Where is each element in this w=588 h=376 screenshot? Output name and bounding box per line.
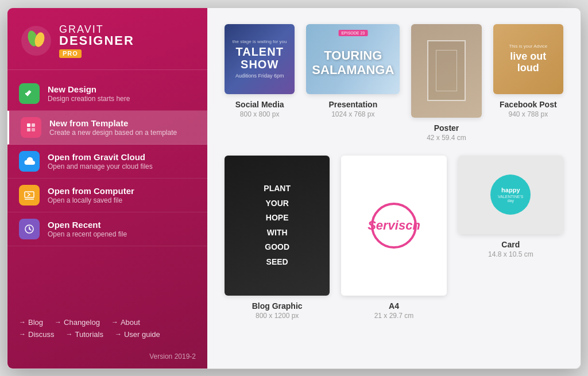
card-val: VALENTINE'S day bbox=[495, 195, 526, 203]
link-changelog[interactable]: → Changelog bbox=[55, 318, 100, 327]
poster-size: 42 x 59.4 cm bbox=[427, 134, 466, 142]
cloud-text: Open from Gravit Cloud Open and manage y… bbox=[48, 152, 153, 170]
footer-row-2: → Discuss → Tutorials → User guide bbox=[19, 330, 196, 339]
poster-thumb-bg bbox=[411, 24, 481, 118]
logo-gravit: GRAVIT bbox=[59, 24, 134, 34]
template-social-media[interactable]: the stage is waiting for you TALENTSHOW … bbox=[225, 24, 295, 142]
computer-text: Open from Computer Open a locally saved … bbox=[48, 186, 134, 204]
menu-items: New Design Design creation starts here N… bbox=[7, 75, 207, 309]
template-subtitle: Create a new design based on a template bbox=[49, 129, 177, 137]
link-about[interactable]: → About bbox=[111, 318, 140, 327]
link-userguide-label: User guide bbox=[124, 330, 160, 339]
svg-rect-4 bbox=[32, 123, 35, 127]
facebook-size: 940 x 788 px bbox=[508, 110, 548, 118]
templates-row1: the stage is waiting for you TALENTSHOW … bbox=[225, 24, 563, 142]
arrow-icon-discuss: → bbox=[19, 330, 26, 338]
poster-inner bbox=[427, 40, 466, 101]
link-changelog-label: Changelog bbox=[64, 318, 100, 327]
poster-label: Poster bbox=[434, 123, 459, 133]
template-blog-thumb: PLANT YOUR HOPE WITH GOOD SEED bbox=[225, 156, 330, 296]
template-title: New from Template bbox=[49, 118, 177, 128]
svg-rect-5 bbox=[27, 128, 30, 131]
menu-item-new-template[interactable]: New from Template Create a new design ba… bbox=[7, 111, 207, 145]
social-tagline: the stage is waiting for you bbox=[233, 39, 287, 44]
blog-label: Blog Graphic bbox=[252, 301, 303, 311]
fb-thumb-bg: This is your Advice live outloud bbox=[493, 24, 563, 94]
blog-line1: PLANT bbox=[264, 183, 291, 195]
a4-circle: Servisch bbox=[371, 203, 417, 249]
template-presentation-thumb: EPISODE 23 TOURINGSALAMANGA bbox=[306, 24, 400, 94]
a4-thumb-bg: Servisch bbox=[341, 156, 446, 296]
arrow-icon-changelog: → bbox=[55, 318, 61, 326]
menu-item-new-design[interactable]: New Design Design creation starts here bbox=[7, 77, 207, 111]
social-title: TALENTSHOW bbox=[235, 45, 283, 71]
computer-title: Open from Computer bbox=[48, 186, 134, 196]
template-card-thumb: happy VALENTINE'S day bbox=[458, 156, 563, 234]
cloud-title: Open from Gravit Cloud bbox=[48, 152, 153, 162]
logo-pro-badge: PRO bbox=[59, 49, 82, 58]
template-a4[interactable]: Servisch A4 21 x 29.7 cm bbox=[341, 156, 446, 320]
social-thumb-bg: the stage is waiting for you TALENTSHOW … bbox=[225, 24, 295, 94]
social-media-size: 800 x 800 px bbox=[240, 110, 280, 118]
footer-links: → Blog → Changelog → About → Discuss bbox=[7, 309, 207, 348]
pres-title: TOURINGSALAMANGA bbox=[312, 49, 394, 76]
arrow-icon-tutorials: → bbox=[66, 330, 73, 338]
facebook-label: Facebook Post bbox=[500, 100, 557, 109]
social-media-label: Social Media bbox=[235, 100, 284, 109]
logo-designer: DESIGNER bbox=[59, 34, 134, 47]
link-discuss[interactable]: → Discuss bbox=[19, 330, 55, 339]
cloud-icon bbox=[19, 151, 40, 172]
a4-label: A4 bbox=[389, 301, 399, 311]
blog-line6: SEED bbox=[266, 257, 288, 268]
poster-inner2 bbox=[436, 50, 458, 91]
template-facebook-thumb: This is your Advice live outloud bbox=[493, 24, 563, 94]
blog-line4: WITH bbox=[267, 227, 288, 239]
link-blog-label: Blog bbox=[28, 318, 43, 327]
link-about-label: About bbox=[121, 318, 140, 327]
link-tutorials-label: Tutorials bbox=[75, 330, 103, 339]
cloud-subtitle: Open and manage your cloud files bbox=[48, 162, 153, 170]
new-design-subtitle: Design creation starts here bbox=[48, 95, 130, 103]
fb-small-text: This is your Advice bbox=[509, 44, 547, 49]
a4-text: Servisch bbox=[368, 218, 420, 233]
new-design-title: New Design bbox=[48, 84, 130, 94]
arrow-icon-userguide: → bbox=[115, 330, 122, 338]
template-presentation[interactable]: EPISODE 23 TOURINGSALAMANGA Presentation… bbox=[306, 24, 400, 142]
new-design-icon bbox=[19, 83, 40, 104]
menu-item-open-cloud[interactable]: Open from Gravit Cloud Open and manage y… bbox=[7, 145, 207, 179]
logo-area: GRAVIT DESIGNER PRO bbox=[7, 8, 207, 70]
template-a4-thumb: Servisch bbox=[341, 156, 446, 296]
blog-thumb-bg: PLANT YOUR HOPE WITH GOOD SEED bbox=[225, 156, 330, 296]
menu-item-open-recent[interactable]: Open Recent Open a recent opened file bbox=[7, 212, 207, 246]
fb-big-text: live outloud bbox=[510, 51, 546, 74]
template-social-media-thumb: the stage is waiting for you TALENTSHOW … bbox=[225, 24, 295, 94]
logo-text: GRAVIT DESIGNER PRO bbox=[59, 24, 134, 58]
template-poster[interactable]: Poster 42 x 59.4 cm bbox=[411, 24, 481, 142]
social-date: Auditions Friday 6pm bbox=[235, 73, 284, 79]
link-tutorials[interactable]: → Tutorials bbox=[66, 330, 103, 339]
template-text: New from Template Create a new design ba… bbox=[49, 118, 177, 137]
link-discuss-label: Discuss bbox=[28, 330, 55, 339]
card-circle: happy VALENTINE'S day bbox=[490, 175, 531, 215]
menu-item-open-computer[interactable]: Open from Computer Open a locally saved … bbox=[7, 179, 207, 212]
template-card[interactable]: happy VALENTINE'S day Card 14.8 x 10.5 c… bbox=[458, 156, 563, 320]
recent-text: Open Recent Open a recent opened file bbox=[48, 220, 127, 238]
svg-rect-3 bbox=[27, 123, 30, 127]
main-content: the stage is waiting for you TALENTSHOW … bbox=[207, 8, 581, 369]
card-size: 14.8 x 10.5 cm bbox=[488, 250, 533, 258]
sidebar: GRAVIT DESIGNER PRO New Design Design c bbox=[7, 8, 207, 369]
template-icon bbox=[21, 117, 41, 138]
recent-title: Open Recent bbox=[48, 220, 127, 230]
blog-line5: GOOD bbox=[265, 242, 289, 253]
presentation-label: Presentation bbox=[328, 100, 377, 109]
card-label: Card bbox=[501, 240, 520, 249]
template-blog[interactable]: PLANT YOUR HOPE WITH GOOD SEED Blog Grap… bbox=[225, 156, 330, 320]
svg-rect-6 bbox=[32, 128, 35, 131]
template-facebook[interactable]: This is your Advice live outloud Faceboo… bbox=[493, 24, 563, 142]
app-window: GRAVIT DESIGNER PRO New Design Design c bbox=[7, 7, 581, 369]
link-userguide[interactable]: → User guide bbox=[115, 330, 160, 339]
card-thumb-bg: happy VALENTINE'S day bbox=[458, 156, 563, 234]
card-happy: happy bbox=[501, 187, 520, 193]
arrow-icon-about: → bbox=[111, 318, 118, 326]
link-blog[interactable]: → Blog bbox=[19, 318, 43, 327]
